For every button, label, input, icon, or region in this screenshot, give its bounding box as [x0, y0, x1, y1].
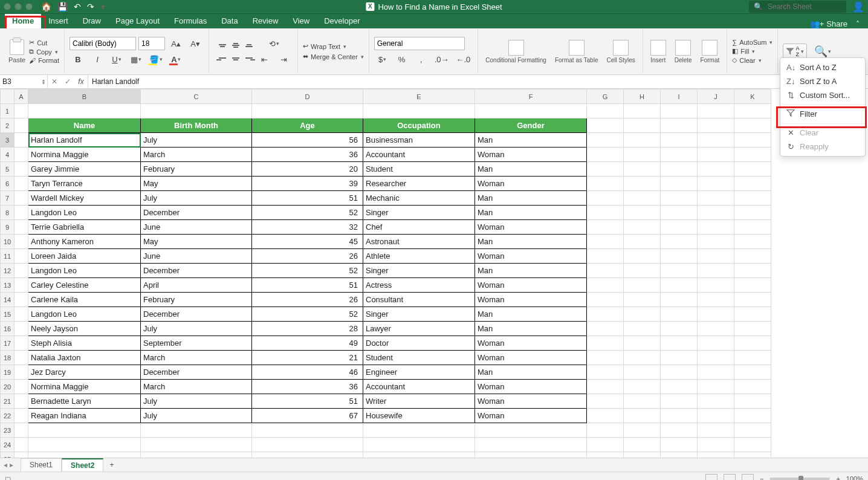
cell-B19[interactable]: Jez Darcy	[28, 365, 141, 380]
cell-E7[interactable]: Mechanic	[363, 191, 475, 206]
cell-G16[interactable]	[587, 322, 624, 336]
row-header-16[interactable]: 16	[1, 322, 15, 336]
cell-C13[interactable]: April	[141, 278, 252, 293]
max-dot[interactable]	[25, 3, 33, 10]
cell-H12[interactable]	[624, 264, 661, 278]
cell-K13[interactable]	[734, 278, 771, 293]
cell-I7[interactable]	[661, 191, 698, 206]
cell-A21[interactable]	[15, 394, 28, 409]
cell-B5[interactable]: Garey Jimmie	[28, 162, 141, 177]
cell-H5[interactable]	[624, 162, 661, 177]
col-header-G[interactable]: G	[587, 89, 624, 104]
cell-styles[interactable]: Cell Styles	[604, 40, 637, 63]
cell-J22[interactable]	[698, 409, 734, 423]
cell-K19[interactable]	[734, 365, 771, 380]
cell-F25[interactable]	[475, 452, 587, 458]
cell-F1[interactable]	[475, 104, 587, 118]
cut-button[interactable]: ✂ Cut	[29, 39, 59, 47]
cell-K20[interactable]	[734, 380, 771, 394]
cell-A14[interactable]	[15, 293, 28, 307]
cell-E18[interactable]: Student	[363, 351, 475, 365]
cell-G2[interactable]	[587, 118, 624, 133]
row-header-7[interactable]: 7	[1, 191, 15, 206]
font-name[interactable]	[70, 37, 136, 50]
row-header-18[interactable]: 18	[1, 351, 15, 365]
cell-D1[interactable]	[252, 104, 363, 118]
cell-D5[interactable]: 20	[252, 162, 363, 177]
view-page-break[interactable]	[742, 474, 754, 480]
cell-J15[interactable]	[698, 307, 734, 322]
cell-D15[interactable]: 52	[252, 307, 363, 322]
cell-E2[interactable]: Occupation	[363, 118, 475, 133]
cell-G25[interactable]	[587, 452, 624, 458]
cell-B3[interactable]: Harlan Landolf	[28, 133, 141, 148]
cell-F24[interactable]	[475, 438, 587, 452]
cell-I23[interactable]	[661, 423, 698, 438]
cell-D6[interactable]: 39	[252, 177, 363, 191]
cell-I15[interactable]	[661, 307, 698, 322]
align-bottom[interactable]	[241, 39, 257, 52]
cell-A3[interactable]	[15, 133, 28, 148]
cell-E24[interactable]	[363, 438, 475, 452]
col-header-B[interactable]: B	[28, 89, 141, 104]
col-header-C[interactable]: C	[141, 89, 252, 104]
cell-I13[interactable]	[661, 278, 698, 293]
cell-H21[interactable]	[624, 394, 661, 409]
close-dot[interactable]	[4, 3, 11, 10]
sheet-nav-last[interactable]: ▸	[10, 461, 13, 469]
cell-D10[interactable]: 45	[252, 235, 363, 249]
home-icon[interactable]: 🏠	[41, 2, 51, 11]
cell-E15[interactable]: Singer	[363, 307, 475, 322]
cell-K24[interactable]	[734, 438, 771, 452]
cell-C2[interactable]: Birth Month	[141, 118, 252, 133]
cell-G5[interactable]	[587, 162, 624, 177]
cell-G20[interactable]	[587, 380, 624, 394]
sheet-add-button[interactable]: +	[105, 459, 118, 471]
merge-center-button[interactable]: ⬌ Merge & Center ▾	[303, 53, 364, 60]
cell-I2[interactable]	[661, 118, 698, 133]
row-header-9[interactable]: 9	[1, 220, 15, 235]
cell-F21[interactable]: Woman	[475, 394, 587, 409]
cell-G24[interactable]	[587, 438, 624, 452]
col-header-K[interactable]: K	[734, 89, 771, 104]
cell-J6[interactable]	[698, 177, 734, 191]
cell-E3[interactable]: Businessman	[363, 133, 475, 148]
name-box[interactable]: B3 ▴▾	[0, 75, 48, 88]
cell-C8[interactable]: December	[141, 206, 252, 220]
cell-D13[interactable]: 51	[252, 278, 363, 293]
view-page-layout[interactable]	[724, 474, 736, 480]
cell-K12[interactable]	[734, 264, 771, 278]
cell-B21[interactable]: Bernadette Laryn	[28, 394, 141, 409]
cell-A19[interactable]	[15, 365, 28, 380]
row-header-19[interactable]: 19	[1, 365, 15, 380]
cell-K5[interactable]	[734, 162, 771, 177]
cell-F3[interactable]: Man	[475, 133, 587, 148]
cell-H13[interactable]	[624, 278, 661, 293]
cell-A16[interactable]	[15, 322, 28, 336]
cell-F7[interactable]: Man	[475, 191, 587, 206]
cell-I5[interactable]	[661, 162, 698, 177]
cell-A2[interactable]	[15, 118, 28, 133]
cell-G14[interactable]	[587, 293, 624, 307]
cell-I17[interactable]	[661, 336, 698, 351]
grid[interactable]: ABCDEFGHIJK12NameBirth MonthAgeOccupatio…	[0, 89, 868, 458]
cell-A5[interactable]	[15, 162, 28, 177]
macro-record-icon[interactable]: ▢	[5, 475, 11, 481]
cell-G11[interactable]	[587, 249, 624, 264]
cell-C11[interactable]: June	[141, 249, 252, 264]
cell-J9[interactable]	[698, 220, 734, 235]
cell-E6[interactable]: Researcher	[363, 177, 475, 191]
wrap-text-button[interactable]: ↩ Wrap Text ▾	[303, 42, 364, 50]
cell-J2[interactable]	[698, 118, 734, 133]
cell-K2[interactable]	[734, 118, 771, 133]
row-header-6[interactable]: 6	[1, 177, 15, 191]
cell-F11[interactable]: Woman	[475, 249, 587, 264]
cell-A9[interactable]	[15, 220, 28, 235]
cell-H14[interactable]	[624, 293, 661, 307]
cell-D16[interactable]: 28	[252, 322, 363, 336]
row-header-12[interactable]: 12	[1, 264, 15, 278]
user-icon[interactable]: 👤	[852, 1, 864, 13]
cell-A4[interactable]	[15, 148, 28, 162]
paste-button[interactable]: Paste	[8, 39, 25, 63]
cell-H18[interactable]	[624, 351, 661, 365]
